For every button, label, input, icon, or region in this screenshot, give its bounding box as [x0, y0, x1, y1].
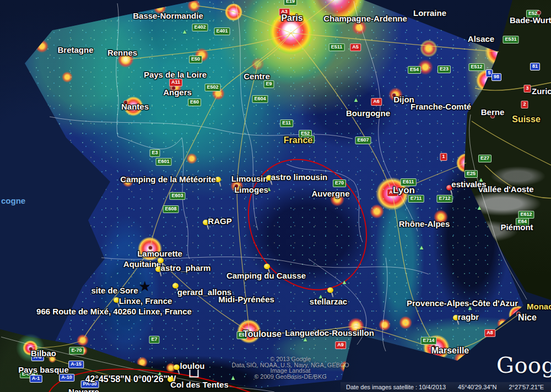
road-badge-e9: E9 — [263, 80, 274, 88]
region-label-navarre: Navarre — [68, 388, 99, 392]
road-badge-e502: E502 — [204, 84, 220, 91]
city-label-bilbao: Bilbao — [31, 349, 56, 357]
road-badge-e7: E7 — [149, 336, 159, 344]
region-label-lorraine: Lorraine — [413, 9, 446, 17]
region-label-alsace: Alsace — [468, 35, 494, 43]
country-label-suisse: Suisse — [512, 115, 541, 124]
country-label-monaco: Monaco — [527, 302, 551, 311]
marker-label-gerard-allons[interactable]: gerard_allons — [177, 288, 231, 296]
road-badge-e402: E402 — [192, 24, 208, 31]
google-logo: Google — [496, 352, 551, 378]
star-icon[interactable]: ★ — [138, 279, 151, 293]
region-label-auvergne: Auvergne — [311, 189, 349, 198]
road-badge-2: 2 — [521, 101, 528, 108]
road-badge-e-70: E-70 — [69, 347, 84, 355]
city-label-dijon: Dijon — [393, 95, 414, 104]
marker-label-loulou[interactable]: loulou — [180, 362, 205, 370]
google-earth-window: { "map": { "labels": [ {"type":"region",… — [0, 0, 551, 392]
road-badge-e70: E70 — [333, 179, 346, 187]
marker-label-stellarzac[interactable]: stellarzac — [310, 297, 347, 306]
ocean-label-cogne: cogne — [1, 197, 25, 205]
park-icon: ▲ — [342, 279, 348, 285]
road-badge-e603: E603 — [169, 192, 185, 200]
watermark-line: © 2009 GeoBasis-DE/BKG — [231, 374, 349, 380]
cursor-latitude: 45°40'29.34"N — [458, 384, 496, 390]
road-badge-e511: E511 — [329, 43, 345, 51]
city-label-lyon: Lyon — [393, 186, 415, 195]
watermark-line: © 2013 Google — [231, 356, 349, 362]
road-badge-e401: E401 — [214, 28, 230, 35]
road-badge-a-10: A-10 — [59, 374, 74, 382]
road-badge-e54: E54 — [408, 66, 421, 74]
road-badge-e11: E11 — [280, 119, 293, 127]
earth-viewport[interactable]: E19A3E402E401E50A11E502E60E9E604E11E511A… — [0, 0, 551, 392]
road-badge-e608: E608 — [163, 205, 179, 213]
road-badge-1: 1 — [440, 153, 447, 161]
region-label-basse-normandie: Basse-Normandie — [133, 12, 203, 20]
imagery-date: Date des images satellite : 10/4/2013 — [346, 384, 446, 390]
region-label-bade-wurtemberg: Bade-Wurtemberg — [510, 16, 551, 24]
status-bar: Date des images satellite : 10/4/2013 45… — [341, 382, 551, 392]
road-badge-e60: E60 — [188, 99, 201, 106]
road-badge-81: 81 — [530, 63, 540, 70]
region-label-rh-ne-alpes: Rhône-Alpes — [399, 220, 450, 228]
region-label-pi-mont: Piémont — [500, 223, 533, 231]
pin-head — [264, 264, 270, 269]
city-label-paris: Paris — [281, 14, 302, 23]
pin-head — [174, 364, 180, 370]
road-badge-e27: E27 — [478, 155, 491, 162]
road-badge-e711: E711 — [408, 195, 424, 203]
marker-label-estivales[interactable]: estivales — [451, 180, 486, 188]
region-label-limousin: Limousin — [231, 175, 268, 183]
road-badge-a-15: A-15 — [68, 361, 84, 368]
road-badge-98: 98 — [491, 73, 501, 81]
marker-label-site-de-sore[interactable]: site de Sore — [91, 286, 138, 295]
marker-label-camping-de-la-m-t-orite[interactable]: Camping de la Météorite — [120, 175, 215, 183]
region-label-bretagne: Bretagne — [57, 46, 93, 54]
marker-label-astro-limousin[interactable]: astro limousin — [271, 173, 328, 181]
pin-head — [158, 258, 164, 263]
red-ellipse-annotation — [224, 137, 390, 312]
road-badge-e604: E604 — [252, 95, 268, 103]
city-label-angers: Angers — [163, 88, 192, 96]
pushpin-icon[interactable] — [215, 177, 224, 187]
city-label-rennes: Rennes — [107, 48, 137, 57]
marker-label-966-route-de-mix-40260-linxe-france[interactable]: 966 Route de Mixé, 40260 Linxe, France — [36, 307, 192, 315]
region-label-franche-comt: Franche-Comté — [410, 102, 471, 111]
region-label-pays-basque: Pays basque — [18, 366, 69, 374]
marker-label-col-des-tentes[interactable]: Col des Tentes — [170, 380, 229, 389]
marker-label-ragbr[interactable]: ragbr — [458, 313, 479, 321]
road-badge-e601: E601 — [155, 158, 171, 166]
marker-label-camping-du-causse[interactable]: Camping du Causse — [226, 271, 306, 280]
road-badge-e3: E3 — [149, 149, 160, 157]
road-badge-e25: E25 — [464, 170, 478, 178]
marker-label-lamourette[interactable]: Lamourette — [137, 249, 182, 258]
park-icon: ▲ — [353, 97, 359, 103]
road-badge-a9: A9 — [335, 341, 346, 349]
marker-label-astro-pharm[interactable]: astro_pharm — [161, 264, 211, 272]
road-badge-a11: A11 — [169, 79, 182, 86]
map-annotation-layer: E19A3E402E401E50A11E502E60E9E604E11E511A… — [0, 0, 551, 392]
park-icon: ▲ — [182, 29, 188, 35]
road-badge-e512: E512 — [468, 63, 484, 71]
country-label-france: France — [284, 136, 312, 145]
road-badge-3: 3 — [523, 85, 531, 92]
region-label-pays-de-la-loire: Pays de la Loire — [144, 70, 207, 79]
road-badge-e50: E50 — [189, 56, 202, 63]
city-label-nice: Nice — [518, 313, 537, 322]
city-label-limoges: Limoges — [234, 186, 268, 194]
coords-label-42-45-58-n-0-00-26-w: 42°45'58"N 0°00'26"W — [85, 375, 176, 384]
park-icon: ▲ — [477, 205, 483, 211]
road-badge-a6: A6 — [371, 98, 382, 106]
marker-label-ragp[interactable]: RAGP — [208, 217, 231, 225]
city-label-toulouse: Toulouse — [243, 330, 282, 339]
road-badge-e531: E531 — [503, 36, 518, 43]
region-label-languedoc-roussillon: Languedoc-Roussillon — [285, 329, 374, 337]
road-badge-e607: E607 — [355, 137, 371, 144]
road-badge-e712: E712 — [436, 195, 452, 203]
road-badge-e19: E19 — [284, 0, 297, 6]
road-badge-e23: E23 — [437, 66, 451, 73]
marker-label-linxe-france[interactable]: Linxe, France — [119, 297, 172, 305]
city-label-nantes: Nantes — [121, 102, 149, 111]
region-label-bourgogne: Bourgogne — [346, 109, 390, 117]
